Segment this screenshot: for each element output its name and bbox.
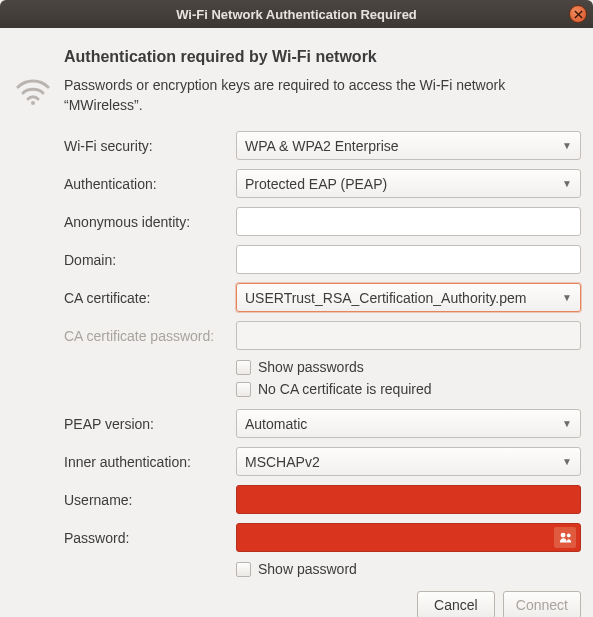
svg-point-0 (31, 101, 35, 105)
close-button[interactable] (569, 5, 587, 23)
icon-column (10, 46, 58, 617)
authentication-label: Authentication: (64, 176, 236, 192)
auth-form: Wi-Fi security: WPA & WPA2 Enterprise ▼ … (64, 131, 581, 617)
ca-certificate-label: CA certificate: (64, 290, 236, 306)
peap-version-value: Automatic (245, 416, 307, 432)
inner-auth-select[interactable]: MSCHAPv2 ▼ (236, 447, 581, 476)
close-icon (574, 10, 583, 19)
connect-button-label: Connect (516, 597, 568, 613)
wifi-security-value: WPA & WPA2 Enterprise (245, 138, 399, 154)
titlebar: Wi-Fi Network Authentication Required (0, 0, 593, 28)
dialog-heading: Authentication required by Wi-Fi network (64, 48, 581, 66)
inner-auth-label: Inner authentication: (64, 454, 236, 470)
svg-point-1 (560, 533, 565, 538)
no-ca-required-label[interactable]: No CA certificate is required (258, 381, 432, 397)
password-label: Password: (64, 530, 236, 546)
chevron-down-icon: ▼ (562, 418, 572, 429)
window-title: Wi-Fi Network Authentication Required (176, 7, 417, 22)
cancel-button-label: Cancel (434, 597, 478, 613)
ca-cert-password-label: CA certificate password: (64, 328, 236, 344)
show-password-checkbox[interactable] (236, 562, 251, 577)
username-label: Username: (64, 492, 236, 508)
show-passwords-label[interactable]: Show passwords (258, 359, 364, 375)
wifi-icon (16, 79, 50, 105)
dialog-body: Authentication required by Wi-Fi network… (0, 28, 593, 617)
anonymous-identity-label: Anonymous identity: (64, 214, 236, 230)
button-row: Cancel Connect (64, 591, 581, 617)
connect-button: Connect (503, 591, 581, 617)
peap-version-select[interactable]: Automatic ▼ (236, 409, 581, 438)
authentication-value: Protected EAP (PEAP) (245, 176, 387, 192)
password-input[interactable] (236, 523, 581, 552)
dialog-subtext: Passwords or encryption keys are require… (64, 76, 581, 115)
svg-point-2 (566, 534, 570, 538)
inner-auth-value: MSCHAPv2 (245, 454, 320, 470)
username-input[interactable] (236, 485, 581, 514)
cancel-button[interactable]: Cancel (417, 591, 495, 617)
show-passwords-checkbox[interactable] (236, 360, 251, 375)
anonymous-identity-input[interactable] (236, 207, 581, 236)
domain-label: Domain: (64, 252, 236, 268)
wifi-security-select[interactable]: WPA & WPA2 Enterprise ▼ (236, 131, 581, 160)
chevron-down-icon: ▼ (562, 292, 572, 303)
ca-certificate-select[interactable]: USERTrust_RSA_Certification_Authority.pe… (236, 283, 581, 312)
chevron-down-icon: ▼ (562, 178, 572, 189)
authentication-select[interactable]: Protected EAP (PEAP) ▼ (236, 169, 581, 198)
ca-certificate-value: USERTrust_RSA_Certification_Authority.pe… (245, 290, 526, 306)
ca-cert-password-input (236, 321, 581, 350)
main-column: Authentication required by Wi-Fi network… (58, 46, 581, 617)
no-ca-required-checkbox[interactable] (236, 382, 251, 397)
peap-version-label: PEAP version: (64, 416, 236, 432)
wifi-security-label: Wi-Fi security: (64, 138, 236, 154)
chevron-down-icon: ▼ (562, 456, 572, 467)
credentials-icon[interactable] (554, 527, 576, 548)
chevron-down-icon: ▼ (562, 140, 572, 151)
domain-input[interactable] (236, 245, 581, 274)
show-password-label[interactable]: Show password (258, 561, 357, 577)
